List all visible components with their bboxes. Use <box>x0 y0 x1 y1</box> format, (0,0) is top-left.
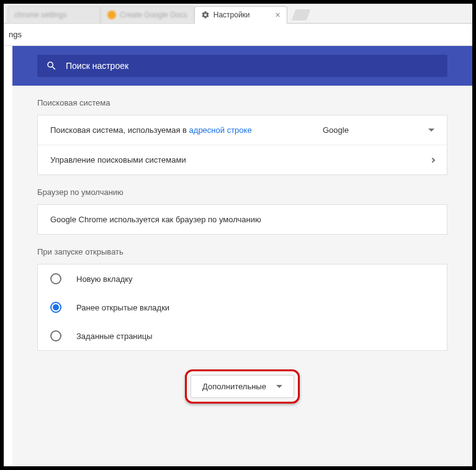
tab-title: Настройки <box>213 11 250 19</box>
row-search-engine-select: Поисковая система, используемая в адресн… <box>38 115 447 145</box>
startup-option-row[interactable]: Заданные страницы <box>38 322 447 350</box>
highlight-annotation: Дополнительные <box>185 369 300 404</box>
address-bar[interactable]: ngs <box>4 24 472 46</box>
address-bar-link[interactable]: адресной строке <box>189 125 252 135</box>
startup-option-row[interactable]: Новую вкладку <box>38 264 447 293</box>
row-label: Управление поисковыми системами <box>50 155 431 165</box>
close-icon[interactable]: × <box>276 11 281 19</box>
startup-option-row[interactable]: Ранее открытые вкладки <box>38 293 447 322</box>
radio-button[interactable] <box>50 273 61 284</box>
search-input[interactable]: Поиск настроек <box>37 55 447 77</box>
section-title: При запуске открывать <box>37 247 447 256</box>
tab-bar: chrome settings Create Google Docs Настр… <box>4 4 472 24</box>
new-tab-button[interactable] <box>291 9 310 20</box>
tab-active-settings[interactable]: Настройки × <box>194 6 287 24</box>
row-default-browser-status: Google Chrome используется как браузер п… <box>38 205 447 234</box>
gear-icon <box>201 11 210 19</box>
chevron-right-icon <box>430 157 435 162</box>
radio-label: Заданные страницы <box>76 332 153 341</box>
search-icon <box>46 60 57 71</box>
status-text: Google Chrome используется как браузер п… <box>50 215 434 224</box>
section-title: Браузер по умолчанию <box>37 188 447 197</box>
section-default-browser: Браузер по умолчанию Google Chrome испол… <box>12 175 472 235</box>
advanced-button[interactable]: Дополнительные <box>191 375 294 398</box>
radio-button[interactable] <box>50 302 61 313</box>
dropdown-triangle-icon <box>428 129 434 132</box>
section-search-engine: Поисковая система Поисковая система, исп… <box>12 86 472 175</box>
address-text: ngs <box>9 30 22 39</box>
advanced-label: Дополнительные <box>202 382 266 391</box>
section-title: Поисковая система <box>37 98 447 107</box>
search-placeholder: Поиск настроек <box>66 61 128 71</box>
row-label: Поисковая система, используемая в адресн… <box>50 125 323 135</box>
radio-button[interactable] <box>50 330 61 341</box>
row-manage-search-engines[interactable]: Управление поисковыми системами <box>38 145 447 174</box>
radio-label: Новую вкладку <box>76 274 133 284</box>
section-on-startup: При запуске открывать Новую вкладкуРанее… <box>12 235 472 351</box>
tab-inactive-2[interactable]: Create Google Docs <box>101 6 194 23</box>
search-banner: Поиск настроек <box>12 46 472 86</box>
search-engine-dropdown[interactable]: Google <box>323 125 410 135</box>
tab-inactive-1[interactable]: chrome settings <box>7 6 101 23</box>
radio-label: Ранее открытые вкладки <box>76 303 169 312</box>
dropdown-triangle-icon <box>276 385 282 388</box>
